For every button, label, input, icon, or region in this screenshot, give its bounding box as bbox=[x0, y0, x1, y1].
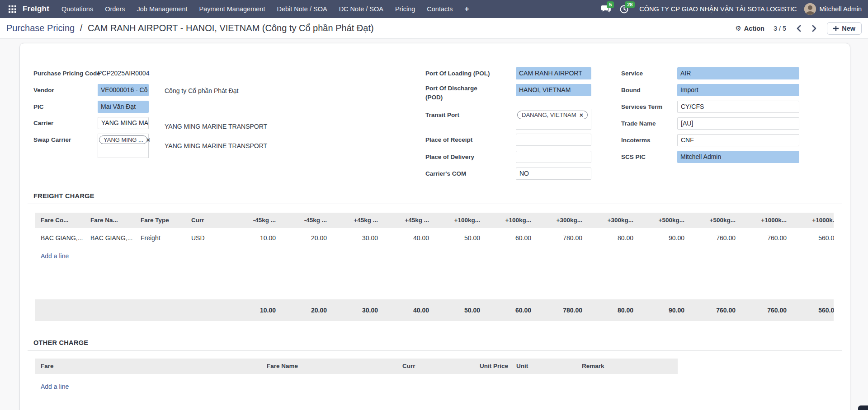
user-menu[interactable]: Mitchell Admin bbox=[804, 3, 862, 15]
column-header-fare-name[interactable]: Fare Na... bbox=[85, 213, 135, 228]
vendor-display-name: Công ty Cổ phần Phát Đạt bbox=[165, 87, 238, 94]
chevron-right-icon bbox=[812, 25, 817, 32]
other-charge-divider bbox=[28, 350, 842, 351]
other-charge-add-a-line[interactable]: Add a line bbox=[41, 383, 678, 390]
cell-plus300kg-2[interactable]: 80.00 bbox=[589, 228, 640, 248]
corner-chat-widget[interactable] bbox=[858, 405, 868, 410]
transit-port-tag[interactable]: DANANG, VIETNAM × bbox=[517, 111, 588, 119]
other-charge-table: Fare Fare Name Curr Unit Price Unit Rema… bbox=[35, 359, 678, 390]
cell-plus100kg-1[interactable]: 50.00 bbox=[435, 228, 486, 248]
swap-carrier-tag-remove-icon[interactable]: × bbox=[146, 137, 150, 143]
company-switcher[interactable]: CÔNG TY CP GIAO NHẬN VẬN TẢI SOTA LOGIST… bbox=[639, 5, 797, 13]
column-header-plus300kg-2[interactable]: +300kg... bbox=[589, 213, 640, 228]
nav-menu-orders[interactable]: Orders bbox=[99, 0, 131, 18]
carrier-field[interactable]: YANG MING MAR bbox=[98, 117, 149, 129]
cell-fare-name[interactable]: BAC GIANG,... bbox=[85, 228, 135, 248]
cell-minus45kg-2[interactable]: 20.00 bbox=[282, 228, 333, 248]
grid-glyph bbox=[9, 5, 16, 13]
swap-carrier-tag[interactable]: YANG MING ... × bbox=[99, 135, 147, 144]
column-header-plus1000kg-2[interactable]: +1000k... bbox=[793, 213, 834, 228]
breadcrumb-current: CAM RANH AIRPORT - HANOI, VIETNAM (Công … bbox=[88, 23, 374, 33]
nav-menu-job-management[interactable]: Job Management bbox=[131, 0, 193, 18]
new-record-button[interactable]: New bbox=[827, 22, 862, 35]
column-header-curr[interactable]: Curr bbox=[397, 359, 465, 374]
transit-port-field[interactable]: DANANG, VIETNAM × bbox=[516, 109, 591, 130]
nav-menu-pricing[interactable]: Pricing bbox=[389, 0, 421, 18]
column-header-minus45kg-1[interactable]: -45kg ... bbox=[231, 213, 282, 228]
place-of-delivery-field[interactable] bbox=[516, 151, 591, 163]
trade-name-field[interactable]: [AU] bbox=[677, 117, 799, 130]
breadcrumb-parent-link[interactable]: Purchase Pricing bbox=[6, 23, 75, 33]
pic-field[interactable]: Mai Văn Đạt bbox=[98, 101, 149, 113]
column-header-fare[interactable]: Fare bbox=[35, 359, 261, 374]
pod-field[interactable]: HANOI, VIETNAM bbox=[516, 84, 591, 96]
transit-port-tag-remove-icon[interactable]: × bbox=[580, 112, 583, 118]
incoterms-label: Incoterms bbox=[621, 136, 651, 145]
nav-menu-dc-note-soa[interactable]: DC Note / SOA bbox=[333, 0, 389, 18]
apps-grid-icon[interactable] bbox=[6, 3, 18, 15]
pager-previous-button[interactable] bbox=[795, 25, 802, 32]
services-term-label: Services Term bbox=[621, 102, 662, 112]
bound-field[interactable]: Import bbox=[677, 84, 799, 96]
swap-carrier-field[interactable]: YANG MING ... × bbox=[98, 134, 149, 158]
app-title[interactable]: Freight bbox=[23, 5, 49, 14]
scs-pic-field[interactable]: Mitchell Admin bbox=[677, 151, 799, 163]
place-of-receipt-field[interactable] bbox=[516, 134, 591, 146]
total-plus45kg-2: 40.00 bbox=[384, 299, 435, 321]
cell-plus300kg-1[interactable]: 780.00 bbox=[538, 228, 589, 248]
column-header-curr[interactable]: Curr bbox=[186, 213, 231, 228]
column-header-unit[interactable]: Unit bbox=[514, 359, 562, 374]
place-of-delivery-label: Place of Delivery bbox=[425, 153, 474, 162]
cell-plus500kg-2[interactable]: 760.00 bbox=[691, 228, 742, 248]
incoterms-field[interactable]: CNF bbox=[677, 134, 799, 146]
user-avatar bbox=[804, 3, 816, 15]
column-header-plus45kg-2[interactable]: +45kg ... bbox=[384, 213, 435, 228]
column-header-plus500kg-2[interactable]: +500kg... bbox=[691, 213, 742, 228]
nav-menu-quotations[interactable]: Quotations bbox=[56, 0, 99, 18]
carriers-com-field[interactable]: NO bbox=[516, 168, 591, 180]
user-name: Mitchell Admin bbox=[820, 5, 862, 13]
pol-field[interactable]: CAM RANH AIRPORT bbox=[516, 67, 591, 79]
column-header-plus300kg-1[interactable]: +300kg... bbox=[538, 213, 589, 228]
nav-plus-icon[interactable]: + bbox=[459, 5, 475, 14]
record-pager[interactable]: 3 / 5 bbox=[774, 25, 786, 32]
column-header-plus500kg-1[interactable]: +500kg... bbox=[640, 213, 691, 228]
nav-menu-debit-note-soa[interactable]: Debit Note / SOA bbox=[271, 0, 333, 18]
cell-plus100kg-2[interactable]: 60.00 bbox=[486, 228, 538, 248]
messages-icon[interactable]: 5 bbox=[600, 4, 611, 14]
action-menu-button[interactable]: ⚙ Action bbox=[735, 24, 764, 33]
cell-plus1000kg-2[interactable]: 560.00 bbox=[793, 228, 834, 248]
nav-menu-payment-management[interactable]: Payment Management bbox=[193, 0, 271, 18]
cell-fare-code[interactable]: BAC GIANG,... bbox=[35, 228, 85, 248]
cell-plus45kg-1[interactable]: 30.00 bbox=[333, 228, 384, 248]
column-header-remark[interactable]: Remark bbox=[562, 359, 678, 374]
total-plus300kg-2: 80.00 bbox=[589, 299, 640, 321]
freight-charge-add-a-line[interactable]: Add a line bbox=[41, 252, 69, 260]
column-header-plus100kg-2[interactable]: +100kg... bbox=[486, 213, 538, 228]
cell-plus45kg-2[interactable]: 40.00 bbox=[384, 228, 435, 248]
vendor-field[interactable]: VE0000016 - Cô bbox=[98, 84, 149, 96]
bound-label: Bound bbox=[621, 86, 641, 95]
column-header-plus45kg-1[interactable]: +45kg ... bbox=[333, 213, 384, 228]
column-header-minus45kg-2[interactable]: -45kg ... bbox=[282, 213, 333, 228]
activities-icon[interactable]: 28 bbox=[618, 4, 629, 14]
total-empty-1 bbox=[35, 299, 85, 321]
column-header-fare-type[interactable]: Fare Type bbox=[135, 213, 186, 228]
column-header-fare-code[interactable]: Fare Co... bbox=[35, 213, 85, 228]
cell-curr[interactable]: USD bbox=[186, 228, 231, 248]
service-field[interactable]: AIR bbox=[677, 67, 799, 79]
cell-plus1000kg-1[interactable]: 760.00 bbox=[742, 228, 793, 248]
column-header-unit-price[interactable]: Unit Price bbox=[465, 359, 514, 374]
services-term-field[interactable]: CY/CFS bbox=[677, 101, 799, 113]
cell-minus45kg-1[interactable]: 10.00 bbox=[231, 228, 282, 248]
transit-port-label: Transit Port bbox=[425, 111, 459, 120]
pager-next-button[interactable] bbox=[811, 25, 818, 32]
swap-carrier-label: Swap Carrier bbox=[33, 135, 71, 144]
cell-fare-type[interactable]: Freight bbox=[135, 228, 186, 248]
column-header-fare-name[interactable]: Fare Name bbox=[261, 359, 397, 374]
cell-plus500kg-1[interactable]: 90.00 bbox=[640, 228, 691, 248]
column-header-plus1000kg-1[interactable]: +1000k... bbox=[742, 213, 793, 228]
column-header-plus100kg-1[interactable]: +100kg... bbox=[435, 213, 486, 228]
freight-charge-table: Fare Co... Fare Na... Fare Type Curr -45… bbox=[35, 213, 834, 321]
nav-menu-contacts[interactable]: Contacts bbox=[421, 0, 458, 18]
